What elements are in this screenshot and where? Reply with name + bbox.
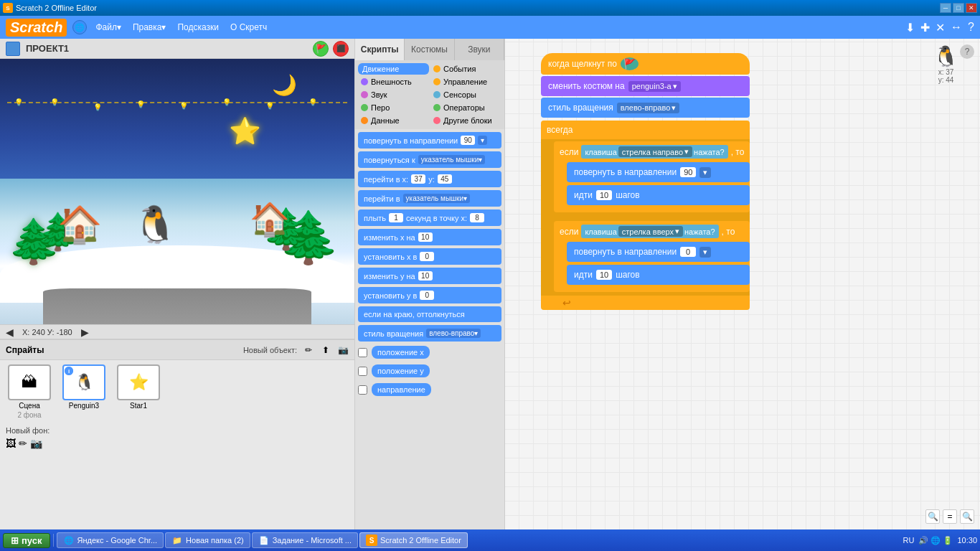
menu-file[interactable]: Файл▾ — [93, 21, 124, 34]
block-setx-val[interactable]: 0 — [420, 252, 434, 261]
resize-icon[interactable]: ✕ — [936, 21, 945, 34]
tab-costumes[interactable]: Костюмы — [405, 39, 454, 60]
reporter-pos-x[interactable]: положение х — [372, 346, 430, 359]
stop-button[interactable]: ⬛ — [333, 41, 349, 57]
key-dropdown-1[interactable]: стрелка направо — [618, 146, 692, 157]
dir-value-1[interactable]: 90 — [680, 167, 696, 177]
penguin3-sprite[interactable]: 🐧 i Penguin3 — [59, 364, 109, 419]
dir-dropdown-2[interactable] — [699, 247, 711, 258]
block-goto[interactable]: перейти в указатель мышки▾ — [358, 190, 501, 207]
sensing-key-2[interactable]: клавиша стрелка вверх нажата? — [581, 225, 718, 238]
cat-looks[interactable]: Внешность — [358, 76, 429, 88]
block-turn-to[interactable]: повернуться к указатель мышки▾ — [358, 151, 501, 168]
zoom-reset-button[interactable]: = — [943, 509, 957, 524]
backdrop-paint-tool[interactable]: ✏ — [19, 438, 27, 449]
block-set-style[interactable]: стиль вращения влево-вправо▾ — [358, 325, 501, 342]
key-dropdown-2[interactable]: стрелка вверх — [618, 226, 683, 237]
camera-tool[interactable]: 📷 — [337, 344, 349, 356]
block-glide-x[interactable]: 8 — [470, 213, 484, 222]
cat-events[interactable]: События — [430, 63, 501, 75]
direction-checkbox[interactable] — [358, 385, 367, 395]
block-bounce[interactable]: если на краю, оттолкнуться — [358, 306, 501, 322]
block-glide[interactable]: плыть 1 секунд в точку x: 8 — [358, 209, 501, 226]
posx-checkbox[interactable] — [358, 348, 367, 357]
green-flag-button[interactable]: 🚩 — [313, 41, 329, 57]
cat-sensing[interactable]: Сенсоры — [430, 89, 501, 100]
close-button[interactable]: ✕ — [966, 3, 977, 13]
menu-about[interactable]: О Скретч — [227, 21, 270, 34]
if-block-2[interactable]: если клавиша стрелка вверх нажата? , то … — [554, 221, 750, 292]
steps-value-2[interactable]: 10 — [596, 270, 612, 280]
block-goto-xy[interactable]: перейти в x: 37 y: 45 — [358, 171, 501, 187]
block-goto2-dropdown[interactable]: указатель мышки▾ — [403, 194, 471, 203]
taskbar-item-browser[interactable]: 🌐 Яндекс - Google Chr... — [57, 532, 164, 548]
start-button[interactable]: ⊞ пуск — [3, 533, 50, 548]
download-icon[interactable]: ⬇ — [905, 21, 915, 34]
taskbar-item-explorer[interactable]: 📁 Новая папка (2) — [165, 532, 250, 548]
star-sprite[interactable]: ⭐ — [229, 116, 261, 146]
cat-control[interactable]: Управление — [430, 76, 501, 88]
costume-dropdown[interactable]: penguin3-a — [628, 81, 681, 92]
zoom-out-button[interactable]: 🔍 — [925, 509, 940, 524]
zoom-in-button[interactable]: 🔍 — [960, 509, 974, 524]
minimize-button[interactable]: ─ — [940, 3, 951, 13]
cat-more[interactable]: Другие блоки — [430, 115, 501, 126]
star1-sprite[interactable]: ⭐ Star1 — [113, 364, 164, 419]
block-turn-dropdown[interactable]: ▾ — [478, 136, 487, 145]
help-icon[interactable]: ? — [968, 21, 974, 34]
block-change-y[interactable]: изменить у на 10 — [358, 268, 501, 284]
fullscreen-icon[interactable]: ✚ — [920, 21, 930, 34]
paint-tool[interactable]: ✏ — [303, 344, 314, 356]
help-icon[interactable]: ? — [960, 44, 974, 59]
block-when-flag[interactable]: когда щелкнут по 🚩 — [541, 53, 750, 75]
block-turnto-dropdown[interactable]: указатель мышки▾ — [418, 155, 486, 164]
expand-button[interactable]: ◀ — [6, 326, 14, 338]
menu-hints[interactable]: Подсказки — [174, 21, 222, 34]
backdrop-image-tool[interactable]: 🖼 — [6, 438, 16, 449]
stage-canvas[interactable]: 🌙 💡 💡 💡 💡 💡 💡 💡 💡 🌲 🌲 🌲 🌲 🏠 🏠 ⭐ — [0, 59, 354, 324]
penguin-sprite[interactable]: 🐧 — [133, 204, 177, 245]
posy-checkbox[interactable] — [358, 367, 367, 376]
block-set-y[interactable]: установить у в 0 — [358, 287, 501, 303]
block-set-x[interactable]: установить x в 0 — [358, 248, 501, 265]
block-move-1[interactable]: идти 10 шагов — [567, 185, 750, 205]
cat-data[interactable]: Данные — [358, 115, 429, 126]
language-button[interactable]: 🌐 — [72, 20, 87, 34]
block-changex-val[interactable]: 10 — [418, 232, 433, 242]
if-block-1[interactable]: если клавиша стрелка направо нажата? , т… — [554, 141, 750, 212]
block-turn-90[interactable]: повернуть в направлении 90 — [567, 162, 750, 182]
taskbar-item-word[interactable]: 📄 Задание - Microsoft ... — [252, 532, 358, 548]
block-rotation-style[interactable]: стиль вращения влево-вправо — [541, 98, 750, 118]
block-turn-direction[interactable]: повернуть в направлении 90 ▾ — [358, 132, 501, 149]
expand-icon[interactable]: ↔ — [951, 21, 962, 34]
block-setstyle-val[interactable]: влево-вправо▾ — [426, 329, 481, 338]
taskbar-item-scratch[interactable]: S Scratch 2 Offline Editor — [359, 532, 468, 548]
block-sety-val[interactable]: 0 — [420, 291, 434, 300]
tab-sounds[interactable]: Звуки — [455, 39, 504, 60]
expand-right-button[interactable]: ▶ — [81, 326, 89, 338]
cat-pen[interactable]: Перо — [358, 102, 429, 113]
block-move-2[interactable]: идти 10 шагов — [567, 265, 750, 285]
scene-sprite[interactable]: 🏔 Сцена 2 фона — [4, 364, 55, 419]
block-turn-0[interactable]: повернуть в направлении 0 — [567, 242, 750, 262]
block-forever[interactable]: всегда если клавиша стрелка направо нажа… — [541, 121, 750, 310]
dir-value-2[interactable]: 0 — [680, 247, 696, 257]
menu-edit[interactable]: Правка▾ — [130, 21, 169, 34]
cat-motion[interactable]: Движение — [358, 63, 429, 75]
upload-tool[interactable]: ⬆ — [320, 344, 331, 356]
tab-scripts[interactable]: Скрипты — [355, 39, 405, 60]
steps-value-1[interactable]: 10 — [596, 190, 612, 200]
block-change-x[interactable]: изменить х на 10 — [358, 229, 501, 245]
block-set-costume[interactable]: сменить костюм на penguin3-a — [541, 76, 750, 96]
cat-operators[interactable]: Операторы — [430, 102, 501, 113]
block-glide-secs[interactable]: 1 — [389, 213, 403, 222]
rotation-dropdown[interactable]: влево-вправо — [617, 103, 680, 113]
sensing-key-1[interactable]: клавиша стрелка направо нажата? — [581, 145, 727, 159]
dir-dropdown-1[interactable] — [699, 167, 711, 178]
maximize-button[interactable]: □ — [953, 3, 964, 13]
backdrop-camera-tool[interactable]: 📷 — [30, 438, 42, 449]
block-changey-val[interactable]: 10 — [418, 271, 433, 281]
block-goto-y[interactable]: 45 — [438, 174, 452, 184]
reporter-direction[interactable]: направление — [372, 383, 431, 396]
reporter-pos-y[interactable]: положение у — [372, 364, 430, 377]
